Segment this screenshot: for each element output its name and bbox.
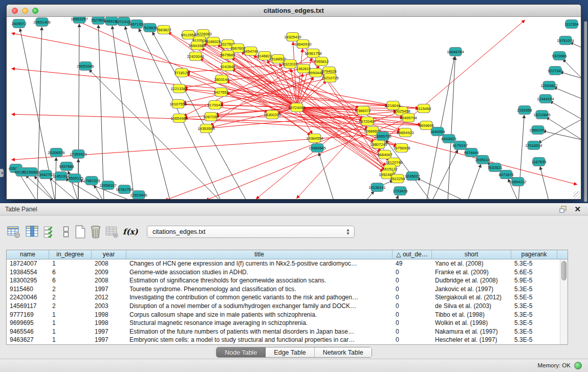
table-cell[interactable]: 18300295	[7, 276, 49, 285]
column-header-title[interactable]: title	[126, 250, 393, 259]
graph-edge[interactable]	[554, 87, 581, 99]
table-cell[interactable]: 1997	[92, 336, 126, 344]
table-cell[interactable]: 5.9E-5	[511, 276, 557, 285]
table-cell[interactable]: Franke et al. (2009)	[432, 268, 511, 277]
graph-node[interactable]: 18955796	[374, 132, 391, 141]
table-cell[interactable]: 5.3E-5	[511, 336, 557, 344]
zoom-button[interactable]	[32, 8, 38, 14]
table-cell[interactable]: 0	[393, 285, 432, 294]
table-cell[interactable]: 2008	[92, 259, 126, 268]
graph-node[interactable]: 13942757	[37, 170, 54, 179]
graph-edge[interactable]	[540, 167, 549, 199]
graph-edge[interactable]	[211, 117, 403, 118]
graph-node[interactable]: 1167535	[532, 158, 547, 166]
graph-node[interactable]: 18807249	[370, 140, 387, 149]
graph-node[interactable]: 16961758	[304, 49, 321, 58]
graph-node[interactable]: 16210725	[321, 74, 338, 82]
table-cell[interactable]: 9699695	[7, 319, 49, 327]
graph-edge[interactable]	[418, 179, 467, 199]
table-row[interactable]: 946362711997Embryonic stem cells: a mode…	[7, 336, 568, 344]
table-cell[interactable]: Estimation of significance thresholds fo…	[126, 276, 393, 285]
column-header-name[interactable]: name	[7, 250, 49, 259]
graph-hub-node[interactable]: 18724007	[288, 103, 305, 112]
graph-edge[interactable]	[365, 191, 374, 199]
tab-edge-table[interactable]: Edge Table	[266, 347, 314, 357]
table-cell[interactable]: 5.3E-5	[511, 302, 557, 311]
table-cell[interactable]: 1	[49, 336, 92, 344]
graph-node[interactable]: 16107554	[169, 100, 186, 108]
graph-edge[interactable]	[125, 27, 170, 199]
table-cell[interactable]: 5.3E-5	[511, 285, 557, 294]
table-cell[interactable]: 5.3E-5	[511, 259, 557, 268]
selection-mode-icon[interactable]	[59, 225, 73, 239]
graph-node[interactable]: 8990448	[308, 69, 323, 77]
table-cell[interactable]: Stergiakouli et al. (2012)	[432, 293, 511, 302]
table-cell[interactable]: Corpus callosum shape and size in male p…	[126, 311, 393, 319]
table-row[interactable]: 1830029562008Estimation of significance …	[7, 276, 568, 285]
graph-node[interactable]: 8471676	[498, 170, 513, 179]
table-cell[interactable]: 2008	[92, 276, 126, 285]
table-cell[interactable]: 1	[49, 259, 92, 268]
graph-node[interactable]: 29053346	[77, 62, 94, 71]
graph-edge[interactable]	[561, 72, 581, 78]
graph-node[interactable]: 2522254	[390, 174, 405, 183]
graph-node[interactable]: 10654112	[510, 178, 527, 186]
table-cell[interactable]: 9465546	[7, 327, 49, 336]
table-header-row[interactable]: namein_degreeyeartitle△ out_de…shortpage…	[7, 250, 568, 259]
table-cell[interactable]: 0	[393, 336, 432, 344]
table-cell[interactable]: 6	[49, 268, 92, 277]
graph-node[interactable]: 10958107	[99, 181, 116, 190]
table-cell[interactable]: 1	[49, 311, 92, 319]
table-cell[interactable]: 5.3E-5	[511, 319, 557, 327]
graph-edge[interactable]	[467, 165, 481, 199]
graph-edge[interactable]	[90, 70, 222, 199]
citation-graph[interactable]: 1872400789129541422608391275088186328165…	[7, 17, 581, 199]
graph-node[interactable]: 13505135	[66, 174, 83, 183]
graph-node[interactable]: 16720407	[359, 117, 376, 126]
graph-node[interactable]: 20691406	[33, 18, 50, 27]
graph-node[interactable]: 9245022	[405, 172, 420, 181]
memory-status-icon[interactable]	[574, 362, 582, 369]
table-cell[interactable]: 2012	[92, 293, 126, 302]
table-cell[interactable]: 0	[393, 268, 432, 277]
column-header-in_degree[interactable]: in_degree	[49, 250, 92, 259]
graph-node[interactable]: 19654923	[397, 128, 413, 137]
graph-edge[interactable]	[112, 27, 135, 199]
graph-node[interactable]: 9397588	[59, 162, 74, 171]
graph-node[interactable]: 15692971	[529, 126, 546, 135]
graph-edge[interactable]	[518, 116, 524, 199]
graph-node[interactable]: 14353594	[198, 124, 214, 133]
graph-edge[interactable]	[431, 150, 458, 199]
graph-node[interactable]: 9242848	[220, 62, 235, 71]
table-cell[interactable]: 0	[393, 293, 432, 302]
column-settings-icon[interactable]	[7, 225, 20, 239]
graph-node[interactable]: 9115460	[417, 104, 431, 113]
table-cell[interactable]: Tourette syndrome. Phenomenology and cla…	[126, 285, 393, 294]
float-panel-icon[interactable]	[559, 205, 568, 213]
function-builder-icon[interactable]: f(x)	[123, 225, 136, 239]
graph-node[interactable]: 8186328	[206, 37, 221, 46]
table-cell[interactable]: 22420046	[7, 293, 49, 302]
graph-node[interactable]: 17016514	[525, 141, 542, 150]
delete-table-icon[interactable]	[89, 225, 102, 239]
graph-node[interactable]: 17359924	[70, 150, 86, 159]
graph-node[interactable]: 10654985	[170, 114, 187, 123]
close-panel-icon[interactable]: ✕	[574, 205, 581, 214]
graph-node[interactable]: 2935114	[475, 156, 490, 164]
column-header-out_de[interactable]: △ out_de…	[393, 250, 432, 259]
table-cell[interactable]: 2	[49, 285, 92, 294]
table-cell[interactable]: 19384554	[7, 268, 49, 277]
table-cell[interactable]: 0	[393, 311, 432, 319]
table-cell[interactable]: Jankovic et al. (1997)	[432, 285, 511, 294]
new-table-icon[interactable]	[74, 225, 87, 239]
table-cell[interactable]: 1	[49, 327, 92, 336]
tab-node-table[interactable]: Node Table	[216, 347, 266, 357]
table-cell[interactable]: 14569117	[7, 302, 49, 311]
table-cell[interactable]: 5.5E-5	[511, 293, 557, 302]
table-cell[interactable]: 2	[49, 302, 92, 311]
graph-node[interactable]: 7955812	[314, 57, 329, 66]
graph-node[interactable]: 12093822	[540, 81, 557, 90]
graph-node[interactable]: 12444154	[537, 95, 554, 103]
table-cell[interactable]: Wolkin et al. (1998)	[432, 319, 511, 327]
column-header-year[interactable]: year	[92, 250, 126, 259]
